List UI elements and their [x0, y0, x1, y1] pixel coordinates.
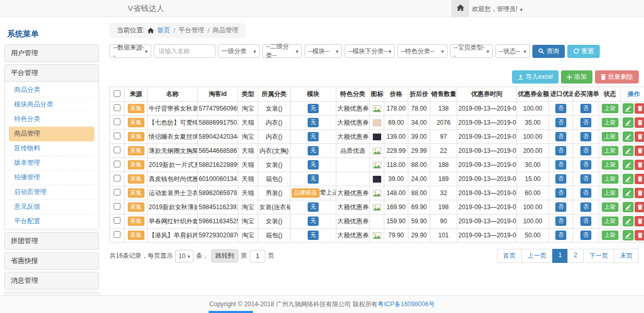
- sidebar-group-platform-management[interactable]: 平台管理: [5, 65, 99, 82]
- delete-button[interactable]: [635, 103, 644, 114]
- top-navbar: V省钱达人 欢迎您，管理员!: [0, 0, 644, 17]
- delete-button[interactable]: [635, 202, 644, 212]
- sales-count: 90: [430, 214, 457, 228]
- delete-button[interactable]: [635, 117, 644, 128]
- edit-button[interactable]: [623, 117, 634, 128]
- delete-button[interactable]: [635, 230, 644, 240]
- level1-category-select[interactable]: 一级分类: [218, 44, 260, 58]
- jump-button[interactable]: 跳转到: [211, 249, 238, 262]
- reset-button[interactable]: 重置: [567, 45, 600, 58]
- caret-down-icon: [188, 252, 190, 260]
- row-checkbox[interactable]: [114, 104, 120, 111]
- sidebar-item-splash-page-management[interactable]: 启动页管理: [9, 185, 94, 200]
- edit-button[interactable]: [623, 202, 634, 212]
- search-button[interactable]: 查询: [532, 45, 565, 58]
- goods-name: 运动套装男士卫衣初秋...: [148, 186, 198, 200]
- sidebar-item-promo-materials[interactable]: 宣传物料: [9, 141, 94, 156]
- ops-cell: [621, 102, 644, 116]
- refresh-icon: [573, 48, 579, 54]
- feature-category: [336, 172, 370, 186]
- must-buy-badge: 否: [580, 160, 591, 170]
- user-menu[interactable]: 欢迎您，管理员!: [472, 5, 523, 14]
- pager-first[interactable]: 首页: [497, 249, 522, 263]
- pager-page-1[interactable]: 1: [552, 249, 568, 263]
- delete-button[interactable]: [635, 174, 644, 184]
- home-button[interactable]: [452, 0, 469, 17]
- trash-icon: [638, 190, 642, 196]
- sidebar-item-goods-management[interactable]: 商品管理: [9, 127, 94, 141]
- sidebar-group-group-buy-management[interactable]: 拼团管理: [5, 233, 99, 249]
- sidebar-item-goods-category[interactable]: 商品分类: [9, 83, 94, 98]
- ops-cell: [621, 116, 644, 130]
- coupon-amount: 100.00: [517, 214, 549, 228]
- edit-button[interactable]: [623, 216, 634, 226]
- select-all-checkbox[interactable]: [114, 90, 120, 97]
- batch-delete-button[interactable]: 批量删除: [595, 70, 639, 83]
- feature-category: 大额优惠券: [336, 102, 370, 116]
- edit-button[interactable]: [623, 146, 634, 156]
- trash-icon: [638, 148, 642, 153]
- edit-button[interactable]: [623, 188, 634, 198]
- delete-button[interactable]: [635, 131, 644, 142]
- sidebar-item-carousel-management[interactable]: 轮播管理: [9, 171, 94, 185]
- col-sales: 销售数量: [430, 87, 457, 102]
- source-badge: 采集: [128, 118, 144, 127]
- data-source-select[interactable]: --数据来源--: [110, 44, 151, 58]
- module-select[interactable]: --模块--: [305, 44, 342, 58]
- row-checkbox[interactable]: [114, 133, 120, 139]
- delete-button[interactable]: [635, 188, 644, 198]
- edit-button[interactable]: [623, 160, 634, 170]
- row-checkbox[interactable]: [114, 231, 120, 238]
- feature-category-select[interactable]: --特色分类--: [397, 44, 447, 58]
- breadcrumb-home-link[interactable]: 首页: [157, 26, 170, 35]
- sidebar-item-feedback[interactable]: 意见反馈: [9, 200, 94, 214]
- edit-button[interactable]: [623, 174, 634, 184]
- row-checkbox[interactable]: [114, 147, 120, 153]
- edit-button[interactable]: [623, 131, 634, 142]
- delete-button[interactable]: [635, 216, 644, 226]
- add-button[interactable]: 添加: [561, 70, 592, 83]
- sidebar-item-module-goods-category[interactable]: 模块商品分类: [9, 98, 94, 112]
- coupon-time: 2019-09-13—2019-09-17: [457, 102, 517, 116]
- sidebar-item-version-management[interactable]: 版本管理: [9, 156, 94, 171]
- pager-page-2[interactable]: 2: [567, 249, 584, 263]
- row-checkbox[interactable]: [114, 189, 120, 196]
- pager-next[interactable]: 下一页: [583, 249, 614, 263]
- edit-button[interactable]: [623, 230, 634, 240]
- row-checkbox[interactable]: [114, 217, 120, 224]
- sidebar-item-platform-config[interactable]: 平台配置: [9, 214, 94, 228]
- name-input[interactable]: [154, 44, 215, 58]
- status-badge: 上架: [602, 202, 618, 212]
- sidebar-group-saving-express[interactable]: 省惠快报: [5, 252, 99, 269]
- edit-button[interactable]: [623, 103, 634, 114]
- status-badge: 上架: [602, 231, 618, 240]
- page-number-input[interactable]: [250, 250, 265, 262]
- coupon-amount: 100.00: [517, 200, 549, 214]
- sidebar-group-message-management[interactable]: 消息管理: [5, 272, 99, 289]
- row-checkbox[interactable]: [114, 175, 120, 182]
- status-select[interactable]: --状态--: [495, 44, 530, 58]
- caret-down-icon: [336, 47, 338, 55]
- row-checkbox[interactable]: [114, 118, 120, 125]
- delete-button[interactable]: [635, 160, 644, 170]
- horizontal-scrollbar-thumb[interactable]: [209, 311, 253, 313]
- image-placeholder-icon: [373, 232, 381, 239]
- edit-icon: [625, 204, 631, 210]
- module-subcategory-select[interactable]: --模块下分类--: [345, 44, 395, 58]
- coupon-amount: 15.00: [517, 172, 549, 186]
- level2-category-select[interactable]: --二级分类--: [262, 44, 302, 58]
- status-badge: 上架: [602, 132, 618, 141]
- goods-table: 来源名称淘客id类型所属分类模块特色分类图标价格折后价销售数量优惠券时间优惠券金…: [110, 87, 644, 243]
- delete-button[interactable]: [635, 146, 644, 156]
- row-checkbox[interactable]: [114, 161, 120, 167]
- sidebar-group-user-management[interactable]: 用户管理: [5, 45, 99, 62]
- row-checkbox[interactable]: [114, 203, 120, 210]
- feature-category: 品质优选: [336, 144, 370, 158]
- item-type-select[interactable]: --宝贝类型--: [450, 44, 493, 58]
- pager-last[interactable]: 末页: [614, 249, 639, 263]
- per-page-select[interactable]: 10: [175, 250, 193, 262]
- pager-prev[interactable]: 上一页: [521, 249, 553, 263]
- import-excel-button[interactable]: 导入excel: [512, 70, 558, 83]
- sidebar-item-feature-category[interactable]: 特色分类: [9, 112, 94, 127]
- icp-link[interactable]: 粤ICP备16098006号: [378, 300, 434, 309]
